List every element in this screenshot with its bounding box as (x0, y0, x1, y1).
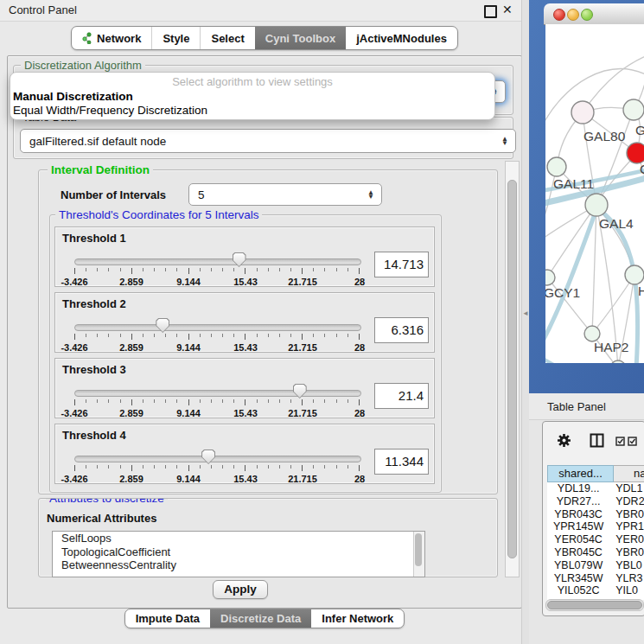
settings-vertical-scrollbar[interactable] (505, 161, 520, 577)
dropdown-option-equal-width[interactable]: Equal Width/Frequency Discretization (13, 104, 207, 117)
cell-shared-name: YBR045C (547, 546, 609, 559)
numerical-attributes-list: SelfLoopsTopologicalCoefficientBetweenne… (52, 531, 425, 577)
network-node[interactable] (545, 270, 555, 285)
cell-shared-name: YDL19... (547, 482, 609, 495)
slider-track[interactable] (74, 258, 361, 265)
minimize-traffic-light[interactable] (567, 9, 579, 21)
table-row[interactable]: YBR043CYBR0 (547, 508, 644, 521)
tick-mark (165, 399, 166, 403)
tick-mark (165, 334, 166, 337)
tick-label: -3.426 (61, 342, 87, 353)
threshold-value-field[interactable]: 14.713 (374, 252, 429, 277)
thresholds-legend: Threshold's Coordinates for 5 Intervals (55, 208, 262, 221)
column-header-name[interactable]: na (614, 465, 644, 482)
tab-impute-data[interactable]: Impute Data (125, 609, 210, 628)
threshold-value-field[interactable]: 21.4 (374, 383, 429, 409)
dropdown-option-manual-discretization[interactable]: Manual Discretization (13, 90, 133, 103)
tick-mark (143, 334, 143, 337)
scrollbar-thumb[interactable] (547, 601, 642, 609)
table-row[interactable]: YLR345WYLR3 (547, 572, 644, 585)
slider-tick-labels: -3.4262.8599.14415.4321.71528 (74, 474, 360, 484)
network-node[interactable] (547, 157, 566, 176)
tab-network[interactable]: Network (72, 27, 151, 49)
table-row[interactable]: YIL052CYIL0 (547, 584, 644, 597)
table-row[interactable]: YER054CYER0 (547, 533, 644, 546)
scrollbar-thumb[interactable] (507, 180, 517, 558)
slider-track[interactable] (74, 456, 361, 462)
apply-button[interactable]: Apply (213, 580, 268, 599)
attributes-list-scrollbar[interactable] (413, 532, 424, 577)
threshold-value-field[interactable]: 6.316 (374, 317, 429, 343)
table-row[interactable]: YBR045CYBR0 (547, 546, 644, 559)
checkbox-icons[interactable] (615, 437, 638, 446)
threshold-value-field[interactable]: 11.344 (374, 449, 429, 475)
discretization-algorithm-legend: Discretization Algorithm (21, 59, 145, 72)
close-traffic-light[interactable] (553, 9, 565, 21)
cell-name: YLR3 (609, 572, 644, 585)
table-data-combobox[interactable]: galFiltered.sif default node ▲▼ (20, 129, 516, 153)
tab-select[interactable]: Select (200, 27, 254, 49)
float-window-icon[interactable] (484, 5, 497, 18)
attribute-list-item[interactable]: TopologicalCoefficient (53, 545, 424, 559)
network-tab-icon (82, 32, 92, 44)
tab-style[interactable]: Style (151, 27, 200, 49)
network-canvas[interactable]: GAL80GCGAL11GAL4HGCY1HAP2 (545, 24, 644, 363)
zoom-traffic-light[interactable] (581, 9, 593, 21)
network-edge-thick (545, 357, 577, 363)
network-node[interactable] (571, 101, 594, 124)
tab-discretize-data[interactable]: Discretize Data (210, 609, 311, 628)
table-row[interactable]: YPR145WYPR1 (547, 520, 644, 533)
attribute-list-item[interactable]: SelfLoops (53, 532, 424, 545)
table-horizontal-scrollbar[interactable] (545, 599, 644, 611)
cell-name: YBR0 (609, 508, 644, 521)
attributes-legend: Attributes to discretize (46, 498, 168, 505)
column-header-shared-name[interactable]: shared... (547, 465, 614, 482)
tab-infer-network[interactable]: Infer Network (311, 609, 404, 628)
cell-shared-name: YBR043C (547, 508, 609, 521)
tick-mark (143, 268, 143, 271)
divider-collapse-icon[interactable]: ◄ (522, 309, 529, 317)
network-edge (592, 275, 634, 334)
slider-track[interactable] (74, 390, 361, 397)
tick-mark (154, 399, 155, 403)
tick-mark (211, 334, 212, 337)
tick-label: 21.715 (288, 342, 317, 353)
number-of-intervals-combobox[interactable]: 5 ▲▼ (188, 183, 382, 206)
table-row[interactable]: YDR27...YDR2 (547, 495, 644, 508)
slider-tick-labels: -3.4262.8599.14415.4321.71528 (74, 408, 360, 418)
close-icon[interactable]: ✕ (502, 3, 513, 16)
columns-icon[interactable] (590, 433, 604, 448)
tick-mark (245, 465, 245, 471)
network-window-titlebar[interactable] (544, 3, 644, 25)
tick-mark (324, 465, 325, 469)
tick-mark (97, 334, 98, 337)
tick-mark (313, 465, 314, 469)
scrollbar-thumb[interactable] (415, 533, 422, 566)
network-node[interactable] (627, 143, 644, 163)
attribute-list-item[interactable]: BetweennessCentrality (53, 558, 424, 572)
tick-label: 9.144 (176, 342, 201, 353)
network-node[interactable] (585, 194, 608, 216)
slider-track[interactable] (74, 324, 361, 331)
tick-label: -3.426 (61, 474, 87, 484)
network-node[interactable] (623, 99, 644, 120)
tick-mark (74, 399, 75, 405)
tick-mark (108, 465, 109, 469)
tick-mark (176, 268, 177, 271)
network-node[interactable] (625, 265, 644, 284)
tick-mark (188, 399, 189, 405)
gear-icon[interactable] (557, 433, 571, 448)
network-node-label: C (640, 162, 644, 176)
tab-cyni-toolbox[interactable]: Cyni Toolbox (255, 27, 346, 49)
tab-jactivemnodules[interactable]: jActiveMNodules (346, 27, 457, 49)
slider-ticks (74, 268, 360, 275)
tick-mark (74, 268, 75, 274)
table-row[interactable]: YDL19...YDL1 (547, 482, 644, 495)
cell-shared-name: YIL052C (547, 584, 609, 597)
table-row[interactable]: YBL079WYBL0 (547, 559, 644, 572)
tick-label: 2.859 (119, 408, 143, 418)
numerical-attributes-label: Numerical Attributes (47, 512, 156, 525)
tick-mark (336, 334, 337, 337)
tick-mark (165, 465, 166, 469)
tick-mark (131, 268, 132, 274)
